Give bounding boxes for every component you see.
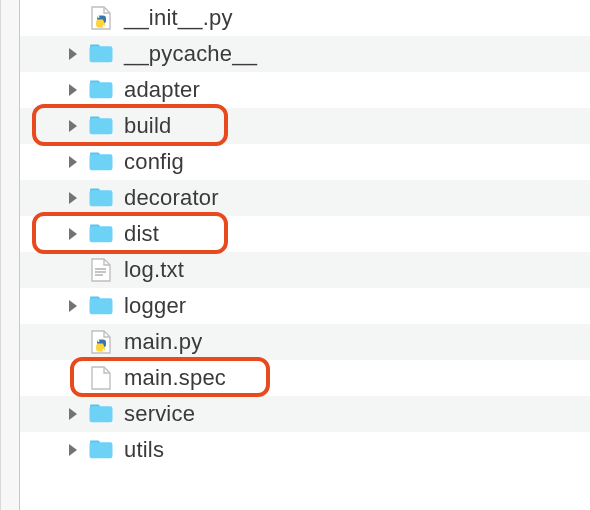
python-file-icon: [86, 5, 116, 31]
folder-icon: [86, 437, 116, 463]
folder-icon: [86, 185, 116, 211]
tree-item-label: main.spec: [124, 367, 226, 389]
disclosure-triangle-icon[interactable]: [60, 77, 86, 103]
tree-item-label: dist: [124, 223, 159, 245]
folder-icon: [86, 401, 116, 427]
tree-row[interactable]: config: [20, 144, 590, 180]
folder-icon: [86, 293, 116, 319]
tree-row[interactable]: adapter: [20, 72, 590, 108]
tree-item-label: config: [124, 151, 184, 173]
disclosure-triangle-icon[interactable]: [60, 437, 86, 463]
python-file-icon: [86, 329, 116, 355]
tree-item-label: build: [124, 115, 171, 137]
disclosure-triangle-icon[interactable]: [60, 185, 86, 211]
tree-item-label: main.py: [124, 331, 202, 353]
disclosure-triangle-icon[interactable]: [60, 113, 86, 139]
tree-item-label: utils: [124, 439, 164, 461]
folder-icon: [86, 221, 116, 247]
file-tree-pane: __init__.py__pycache__adapterbuildconfig…: [0, 0, 590, 510]
tree-row[interactable]: log.txt: [20, 252, 590, 288]
tree-row[interactable]: decorator: [20, 180, 590, 216]
tree-row[interactable]: build: [20, 108, 590, 144]
tree-row[interactable]: __pycache__: [20, 36, 590, 72]
tree-row[interactable]: __init__.py: [20, 0, 590, 36]
tree-item-label: log.txt: [124, 259, 184, 281]
tree-item-label: service: [124, 403, 195, 425]
tree-item-label: adapter: [124, 79, 200, 101]
tree-row[interactable]: utils: [20, 432, 590, 468]
folder-icon: [86, 149, 116, 175]
disclosure-triangle-icon[interactable]: [60, 293, 86, 319]
tree-row[interactable]: logger: [20, 288, 590, 324]
disclosure-triangle-icon[interactable]: [60, 221, 86, 247]
text-file-icon: [86, 257, 116, 283]
tree-item-label: logger: [124, 295, 186, 317]
disclosure-triangle-icon[interactable]: [60, 401, 86, 427]
tree-row[interactable]: main.py: [20, 324, 590, 360]
folder-icon: [86, 41, 116, 67]
tree-row[interactable]: dist: [20, 216, 590, 252]
tree-row[interactable]: main.spec: [20, 360, 590, 396]
disclosure-triangle-icon[interactable]: [60, 41, 86, 67]
tree-item-label: __init__.py: [124, 7, 233, 29]
tree-item-label: __pycache__: [124, 43, 257, 65]
file-icon: [86, 365, 116, 391]
disclosure-triangle-icon[interactable]: [60, 149, 86, 175]
folder-icon: [86, 113, 116, 139]
tree-row[interactable]: service: [20, 396, 590, 432]
folder-icon: [86, 77, 116, 103]
tree-item-label: decorator: [124, 187, 219, 209]
gutter: [0, 0, 20, 510]
file-tree[interactable]: __init__.py__pycache__adapterbuildconfig…: [20, 0, 590, 510]
